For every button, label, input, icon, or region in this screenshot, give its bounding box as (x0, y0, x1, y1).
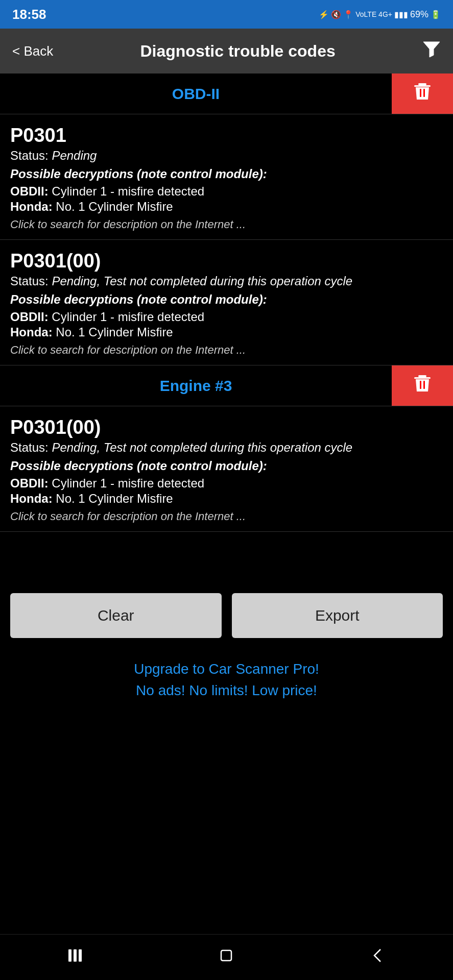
network-label: VoLTE 4G+ (355, 10, 392, 18)
obd2-section-header: OBD-II (0, 74, 453, 114)
svg-rect-4 (423, 89, 425, 97)
location-icon: 📍 (343, 10, 353, 19)
bottom-buttons: Clear Export (0, 573, 453, 648)
dtc-search-link: Click to search for description on the I… (10, 344, 443, 357)
trash-icon (412, 373, 433, 398)
obd2-delete-button[interactable] (392, 74, 453, 114)
svg-rect-9 (68, 949, 71, 962)
back-button[interactable]: < Back (12, 43, 53, 59)
engine3-delete-button[interactable] (392, 365, 453, 406)
dtc-code: P0301 (10, 125, 443, 146)
obd2-tab[interactable]: OBD-II (0, 74, 392, 114)
promo-text: Upgrade to Car Scanner Pro! No ads! No l… (10, 658, 443, 701)
dtc-search-link: Click to search for description on the I… (10, 510, 443, 523)
dtc-entry[interactable]: P0301(00) Status: Pending, Test not comp… (0, 406, 453, 532)
dtc-honda-line: Honda: No. 1 Cylinder Misfire (10, 200, 443, 214)
mute-icon: 🔇 (331, 10, 341, 19)
svg-rect-3 (420, 89, 421, 97)
signal-bars: ▮▮▮ (394, 10, 408, 19)
engine3-section-header: Engine #3 (0, 365, 453, 406)
dtc-obdii-line: OBDII: Cylinder 1 - misfire detected (10, 310, 443, 324)
filter-icon[interactable] (422, 40, 441, 62)
dtc-obdii-line: OBDII: Cylinder 1 - misfire detected (10, 184, 443, 199)
dtc-decryptions-label: Possible decryptions (note control modul… (10, 459, 443, 473)
dtc-entry[interactable]: P0301(00) Status: Pending, Test not comp… (0, 240, 453, 365)
status-icons: ⚡ 🔇 📍 VoLTE 4G+ ▮▮▮ 69% 🔋 (319, 9, 441, 20)
dtc-decryptions-label: Possible decryptions (note control modul… (10, 292, 443, 307)
status-bar: 18:58 ⚡ 🔇 📍 VoLTE 4G+ ▮▮▮ 69% 🔋 (0, 0, 453, 29)
dtc-obdii-line: OBDII: Cylinder 1 - misfire detected (10, 476, 443, 491)
dtc-status: Status: Pending (10, 149, 443, 163)
dtc-code: P0301(00) (10, 416, 443, 438)
battery-level: 69% (410, 9, 428, 20)
svg-rect-11 (79, 949, 82, 962)
promo-section[interactable]: Upgrade to Car Scanner Pro! No ads! No l… (0, 648, 453, 712)
bluetooth-icon: ⚡ (319, 10, 329, 19)
back-icon[interactable] (368, 946, 387, 969)
battery-icon: 🔋 (431, 10, 441, 19)
dtc-decryptions-label: Possible decryptions (note control modul… (10, 167, 443, 181)
dtc-search-link: Click to search for description on the I… (10, 218, 443, 231)
menu-icon[interactable] (66, 946, 85, 969)
dtc-entry[interactable]: P0301 Status: Pending Possible decryptio… (0, 114, 453, 240)
export-button[interactable]: Export (232, 593, 443, 638)
engine3-tab[interactable]: Engine #3 (0, 365, 392, 406)
svg-rect-7 (420, 381, 421, 389)
main-content: OBD-II P0301 Status: Pending Possible de… (0, 74, 453, 934)
status-time: 18:58 (12, 7, 46, 22)
bottom-nav (0, 934, 453, 980)
dtc-honda-line: Honda: No. 1 Cylinder Misfire (10, 325, 443, 339)
dtc-status: Status: Pending, Test not completed duri… (10, 440, 443, 455)
trash-icon (412, 81, 433, 106)
svg-rect-10 (74, 949, 77, 962)
header: < Back Diagnostic trouble codes (0, 29, 453, 74)
svg-rect-8 (423, 381, 425, 389)
dtc-status: Status: Pending, Test not completed duri… (10, 274, 443, 288)
page-title: Diagnostic trouble codes (53, 42, 422, 61)
svg-rect-2 (414, 85, 431, 87)
svg-rect-6 (414, 377, 431, 379)
svg-rect-1 (418, 83, 426, 85)
svg-marker-0 (423, 42, 440, 57)
clear-button[interactable]: Clear (10, 593, 222, 638)
svg-rect-5 (418, 375, 426, 377)
dtc-honda-line: Honda: No. 1 Cylinder Misfire (10, 492, 443, 506)
svg-rect-12 (221, 950, 231, 961)
home-icon[interactable] (217, 946, 235, 969)
dtc-code: P0301(00) (10, 250, 443, 272)
spacer (0, 532, 453, 573)
